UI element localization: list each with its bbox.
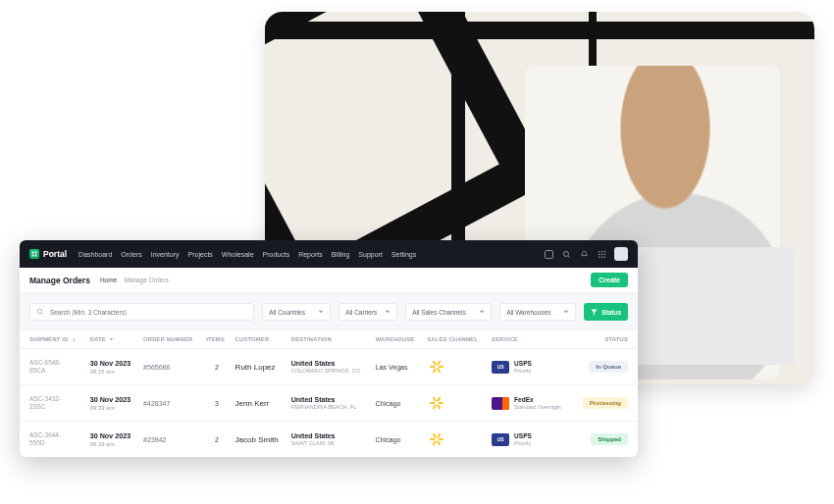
svg-point-1 bbox=[563, 251, 568, 256]
nav-inventory[interactable]: Inventory bbox=[151, 251, 180, 258]
top-nav: Portal Dashboard Orders Inventory Projec… bbox=[20, 240, 638, 268]
col-channel[interactable]: SALES CHANNEL bbox=[423, 330, 488, 349]
nav-support[interactable]: Support bbox=[358, 251, 383, 258]
cell-order-number: #23942 bbox=[139, 422, 202, 458]
filter-warehouses[interactable]: All Warehouses bbox=[499, 303, 576, 321]
nav-billing[interactable]: Billing bbox=[332, 251, 350, 258]
cell-items: 3 bbox=[202, 385, 231, 422]
svg-line-16 bbox=[434, 369, 436, 372]
cell-items: 2 bbox=[202, 422, 231, 458]
fedex-logo-icon bbox=[492, 397, 509, 410]
funnel-icon bbox=[591, 309, 598, 316]
svg-line-31 bbox=[439, 434, 441, 437]
cell-destination: United StatesCOLORADO SPRINGS, CO bbox=[287, 349, 372, 385]
search-icon bbox=[36, 308, 44, 317]
svg-point-9 bbox=[598, 256, 599, 257]
status-badge: Processing bbox=[583, 397, 628, 409]
cell-shipment-id: ASC-6548-85CA bbox=[20, 349, 86, 385]
cell-service: USUSPSPriority bbox=[488, 422, 572, 458]
filter-carriers[interactable]: All Carriers bbox=[339, 303, 397, 321]
nav-wholesale[interactable]: Wholesale bbox=[222, 251, 254, 258]
col-service[interactable]: SERVICE bbox=[488, 330, 572, 349]
svg-rect-0 bbox=[545, 250, 552, 258]
app-panel: Portal Dashboard Orders Inventory Projec… bbox=[20, 240, 638, 457]
grid-icon[interactable] bbox=[597, 249, 606, 259]
filter-countries[interactable]: All Countries bbox=[262, 303, 331, 321]
col-date[interactable]: DATE bbox=[86, 330, 139, 349]
nav-projects[interactable]: Projects bbox=[188, 251, 213, 258]
svg-point-11 bbox=[603, 256, 604, 257]
cell-service: FedExStandard Overnight bbox=[488, 385, 572, 422]
nav-reports[interactable]: Reports bbox=[298, 251, 323, 258]
svg-line-25 bbox=[439, 398, 441, 401]
cell-customer: Ruth Lopez bbox=[232, 349, 287, 385]
svg-point-4 bbox=[600, 250, 601, 251]
brand-text: Portal bbox=[43, 249, 67, 259]
nav-dashboard[interactable]: Dashboard bbox=[78, 251, 112, 258]
cell-status: Processing bbox=[573, 385, 638, 422]
bell-icon[interactable] bbox=[579, 249, 589, 259]
cell-destination: United StatesSaint Clair, MI bbox=[287, 422, 372, 458]
avatar[interactable] bbox=[614, 247, 628, 261]
filter-warehouses-label: All Warehouses bbox=[506, 309, 550, 316]
svg-line-22 bbox=[434, 405, 436, 408]
chevron-down-icon bbox=[479, 309, 485, 315]
cell-order-number: #565686 bbox=[139, 349, 202, 385]
chevron-down-icon bbox=[109, 337, 114, 342]
col-destination[interactable]: DESTINATION bbox=[287, 330, 372, 349]
cell-customer: Jenn Kerr bbox=[232, 385, 287, 422]
search-input-wrap[interactable] bbox=[29, 303, 254, 321]
col-shipment[interactable]: SHIPMENT ID bbox=[20, 330, 86, 349]
svg-line-28 bbox=[434, 441, 436, 444]
svg-line-18 bbox=[434, 362, 436, 365]
page-header: Manage Orders Home Manage Orders Create bbox=[20, 268, 638, 293]
filter-channels[interactable]: All Sales Channels bbox=[405, 303, 492, 321]
nav-settings[interactable]: Settings bbox=[391, 251, 416, 258]
topbar-actions bbox=[544, 247, 628, 261]
cell-warehouse: Chicago bbox=[372, 422, 424, 458]
cell-date: 30 Nov 202308:15 am bbox=[86, 349, 139, 385]
cell-warehouse: Las Vegas bbox=[372, 349, 424, 385]
page-title: Manage Orders bbox=[29, 276, 90, 285]
usps-logo-icon: US bbox=[492, 361, 509, 374]
cell-channel bbox=[423, 385, 488, 422]
layout-icon[interactable] bbox=[544, 249, 553, 259]
svg-point-8 bbox=[603, 253, 604, 254]
svg-point-7 bbox=[600, 253, 601, 254]
breadcrumb: Home Manage Orders bbox=[100, 277, 169, 283]
col-warehouse[interactable]: WAREHOUSE bbox=[372, 330, 424, 349]
svg-line-2 bbox=[568, 256, 570, 258]
cell-status: Shipped bbox=[573, 422, 638, 458]
filter-bar: All Countries All Carriers All Sales Cha… bbox=[20, 293, 638, 330]
svg-point-5 bbox=[603, 250, 604, 251]
create-button[interactable]: Create bbox=[591, 273, 628, 287]
cell-shipment-id: ASC-3432-23SC bbox=[20, 385, 86, 422]
col-items[interactable]: ITEMS bbox=[202, 330, 231, 349]
status-filter-button[interactable]: Status bbox=[584, 303, 628, 321]
cell-service: USUSPSPriority bbox=[488, 349, 572, 385]
orders-table: SHIPMENT ID DATE ORDER NUMBER ITEMS CUST… bbox=[20, 330, 638, 457]
breadcrumb-home[interactable]: Home bbox=[100, 277, 117, 283]
chevron-down-icon bbox=[385, 309, 391, 315]
filter-countries-label: All Countries bbox=[269, 309, 305, 316]
cell-date: 30 Nov 202309:33 am bbox=[86, 385, 139, 422]
search-icon[interactable] bbox=[561, 249, 571, 259]
table-row[interactable]: ASC-3432-23SC30 Nov 202309:33 am#4283473… bbox=[20, 385, 638, 422]
col-customer[interactable]: CUSTOMER bbox=[232, 330, 287, 349]
svg-line-19 bbox=[439, 362, 441, 365]
svg-line-30 bbox=[434, 434, 436, 437]
cell-channel bbox=[423, 349, 488, 385]
cell-warehouse: Chicago bbox=[372, 385, 424, 422]
search-input[interactable] bbox=[50, 309, 247, 316]
svg-point-3 bbox=[598, 250, 599, 251]
svg-line-27 bbox=[439, 441, 441, 444]
table-row[interactable]: ASC-6548-85CA30 Nov 202308:15 am#5656862… bbox=[20, 349, 638, 385]
brand[interactable]: Portal bbox=[29, 249, 67, 259]
col-status[interactable]: STATUS bbox=[573, 330, 638, 349]
col-order[interactable]: ORDER NUMBER bbox=[139, 330, 202, 349]
table-row[interactable]: ASC-3644-555D30 Nov 202309:33 am#239422J… bbox=[20, 422, 638, 458]
cell-destination: United StatesFernandina Beach, FL bbox=[287, 385, 372, 422]
usps-logo-icon: US bbox=[492, 433, 509, 446]
nav-products[interactable]: Products bbox=[263, 251, 290, 258]
nav-orders[interactable]: Orders bbox=[121, 251, 141, 258]
